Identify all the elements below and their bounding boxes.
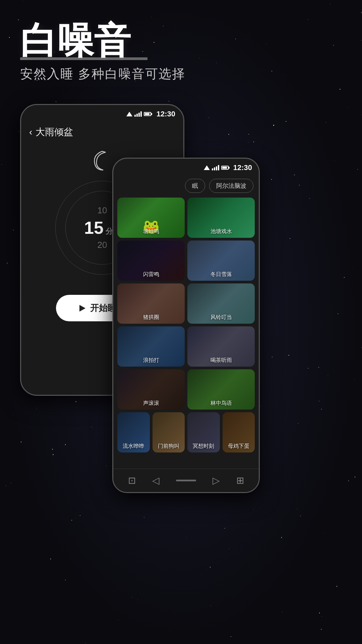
status-icons-left bbox=[126, 111, 151, 117]
tag-alpha[interactable]: 阿尔法脑波 bbox=[209, 179, 253, 193]
sound-item-thunder[interactable]: 闪雷鸣 bbox=[117, 240, 185, 281]
tag-sleep[interactable]: 眠 bbox=[185, 179, 205, 193]
timer-minutes: 15 bbox=[84, 218, 104, 238]
wifi-icon-right bbox=[204, 165, 210, 170]
sound-item-snow[interactable]: 冬日雪落 bbox=[187, 240, 255, 281]
sound-label-bell: 风铃叮当 bbox=[187, 314, 255, 321]
sound-item-frog[interactable]: 塘蛙鸣 bbox=[117, 198, 185, 238]
sound-label-thunder2: 声滚滚 bbox=[117, 400, 185, 407]
status-icons-right bbox=[204, 165, 229, 170]
sound-label-snow: 冬日雪落 bbox=[187, 271, 255, 278]
sound-label-bird: 林中鸟语 bbox=[187, 400, 255, 407]
sound-item-thunder2[interactable]: 声滚滚 bbox=[117, 369, 185, 410]
phone-right: 12:30 眠 阿尔法脑波 塘蛙鸣 池塘戏水 闪雷鸣 冬日雪落 猪拱圈 风铃叮当 bbox=[112, 158, 260, 493]
nav-icon-back[interactable]: ◁ bbox=[152, 475, 160, 486]
category-tags: 眠 阿尔法脑波 bbox=[113, 177, 259, 198]
sound-item-bird[interactable]: 林中鸟语 bbox=[187, 369, 255, 410]
sound-item-tea[interactable]: 喝茶听雨 bbox=[187, 326, 255, 367]
nav-icon-menu[interactable]: ⊞ bbox=[236, 475, 244, 486]
sound-label-pig: 猪拱圈 bbox=[117, 314, 185, 321]
sounds-grid: 塘蛙鸣 池塘戏水 闪雷鸣 冬日雪落 猪拱圈 风铃叮当 浪拍打 喝茶听雨 声滚滚 bbox=[113, 198, 259, 410]
sound-item-meditate[interactable]: 冥想时刻 bbox=[187, 412, 220, 452]
sound-label-thunder: 闪雷鸣 bbox=[117, 271, 185, 278]
timer-num-top: 10 bbox=[98, 205, 107, 216]
sound-item-dog[interactable]: 门前狗叫 bbox=[153, 412, 185, 452]
sound-label-dog: 门前狗叫 bbox=[153, 443, 185, 450]
battery-icon-right bbox=[221, 166, 229, 170]
nav-icon-recent[interactable]: ▷ bbox=[213, 475, 220, 486]
sound-item-pig[interactable]: 猪拱圈 bbox=[117, 283, 185, 324]
bottom-nav-bar: ⊡ ◁ ▷ ⊞ bbox=[113, 469, 259, 492]
wifi-icon-left bbox=[126, 112, 132, 116]
battery-icon-left bbox=[144, 112, 151, 116]
signal-icon-left bbox=[134, 111, 142, 117]
signal-icon-right bbox=[212, 165, 219, 170]
sound-label-meditate: 冥想时刻 bbox=[187, 443, 220, 450]
sound-item-bell[interactable]: 风铃叮当 bbox=[187, 283, 255, 324]
sound-item-wave[interactable]: 浪拍打 bbox=[117, 326, 185, 367]
back-arrow[interactable]: ‹ bbox=[29, 127, 32, 138]
sound-item-pond[interactable]: 池塘戏水 bbox=[187, 198, 255, 238]
nav-title: 大雨倾盆 bbox=[36, 126, 73, 139]
sound-item-water[interactable]: 流水哗哗 bbox=[117, 412, 150, 452]
app-title: 白噪音 bbox=[20, 20, 185, 61]
phone-nav: ‹ 大雨倾盆 bbox=[21, 123, 183, 144]
sound-label-pond: 池塘戏水 bbox=[187, 228, 255, 235]
moon-icon bbox=[90, 147, 114, 174]
status-time-left: 12:30 bbox=[157, 110, 175, 118]
status-bar-right: 12:30 bbox=[113, 159, 259, 177]
header-section: 白噪音 安然入睡 多种白噪音可选择 bbox=[20, 20, 185, 83]
sound-label-wave: 浪拍打 bbox=[117, 357, 185, 364]
sound-label-water: 流水哗哗 bbox=[117, 443, 150, 450]
status-time-right: 12:30 bbox=[233, 163, 252, 172]
nav-icon-home[interactable]: ⊡ bbox=[128, 475, 136, 486]
status-bar-left: 12:30 bbox=[21, 105, 183, 123]
sound-label-chicken: 母鸡下蛋 bbox=[223, 443, 255, 450]
sound-label-tea: 喝茶听雨 bbox=[187, 357, 255, 364]
app-subtitle: 安然入睡 多种白噪音可选择 bbox=[20, 65, 185, 83]
home-indicator[interactable] bbox=[176, 480, 196, 481]
sound-item-chicken[interactable]: 母鸡下蛋 bbox=[223, 412, 255, 452]
timer-num-bottom: 20 bbox=[98, 240, 107, 250]
play-icon bbox=[79, 305, 85, 312]
sound-label-frog: 塘蛙鸣 bbox=[117, 228, 185, 235]
bottom-sounds-row: 流水哗哗 门前狗叫 冥想时刻 母鸡下蛋 bbox=[113, 410, 259, 452]
